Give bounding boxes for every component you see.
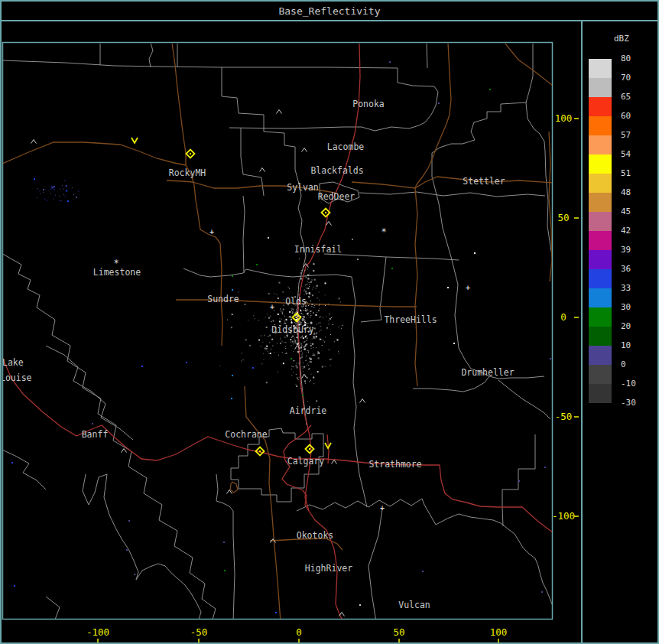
echo-pixel (330, 365, 331, 366)
city-label: Strathmore (368, 459, 421, 470)
echo-pixel (301, 337, 302, 337)
echo-pixel (287, 337, 287, 337)
echo-pixel (278, 314, 279, 315)
echo-pixel (307, 323, 308, 324)
echo-pixel (447, 287, 449, 288)
echo-pixel (329, 350, 330, 350)
echo-pixel (292, 336, 293, 337)
legend-swatch (589, 97, 612, 116)
city-label: RockyMH (169, 168, 206, 178)
legend-swatch (589, 327, 612, 346)
legend-tick-label: 70 (621, 73, 651, 83)
echo-pixel (309, 357, 310, 359)
echo-pixel (54, 199, 54, 200)
echo-pixel (317, 371, 319, 372)
echo-pixel (312, 280, 313, 281)
echo-pixel (306, 366, 307, 366)
echo-pixel (474, 252, 476, 254)
echo-pixel (322, 366, 323, 368)
echo-pixel (223, 542, 225, 543)
echo-pixel (313, 383, 314, 384)
echo-pixel (305, 276, 306, 277)
echo-pixel (320, 308, 320, 309)
echo-pixel (307, 274, 308, 275)
city-label: Innisfail (294, 244, 342, 255)
legend-tick-label: 45 (621, 207, 651, 216)
echo-pixel (277, 343, 278, 344)
y-axis-tick-label: 100 (555, 112, 573, 124)
echo-pixel (231, 327, 232, 328)
echo-pixel (264, 359, 265, 359)
echo-pixel (453, 343, 455, 344)
echo-pixel (308, 296, 310, 298)
echo-pixel (301, 350, 302, 351)
echo-pixel (241, 361, 242, 362)
legend-tick-label: 51 (621, 169, 651, 178)
city-label: HighRiver (305, 563, 352, 574)
echo-pixel (306, 293, 307, 294)
echo-pixel (325, 305, 326, 306)
echo-pixel (313, 354, 315, 356)
echo-pixel (291, 337, 292, 338)
plus-marker-icon: + (380, 504, 385, 512)
legend-tick-label: 33 (621, 284, 651, 293)
echo-pixel (269, 335, 271, 337)
echo-pixel (319, 300, 320, 301)
echo-pixel (422, 571, 424, 572)
echo-pixel (305, 344, 306, 345)
echo-pixel (283, 363, 284, 364)
echo-pixel (321, 339, 322, 340)
echo-pixel (11, 462, 13, 463)
echo-pixel (293, 366, 294, 367)
echo-pixel (317, 285, 318, 287)
echo-pixel (269, 342, 270, 343)
echo-pixel (307, 278, 307, 278)
echo-pixel (317, 351, 319, 353)
echo-pixel (47, 200, 47, 201)
echo-pixel (134, 574, 135, 575)
city-label: Blackfalds (310, 165, 363, 176)
echo-pixel (293, 309, 294, 310)
echo-pixel (304, 321, 305, 322)
echo-pixel (278, 355, 279, 356)
echo-pixel (313, 344, 313, 345)
echo-pixel (291, 345, 291, 346)
echo-pixel (290, 339, 291, 340)
radar-map-container[interactable]: 2025/09/23 11:07:28 UTC 0.6(deg) km **++… (0, 0, 659, 644)
echo-pixel (291, 316, 291, 317)
city-label: Vulcan (398, 600, 430, 610)
echo-pixel (300, 321, 300, 322)
echo-pixel (270, 353, 271, 354)
echo-pixel (329, 324, 330, 324)
echo-pixel (313, 270, 314, 272)
echo-pixel (302, 320, 303, 320)
echo-pixel (141, 366, 143, 367)
echo-pixel (310, 345, 312, 346)
echo-pixel (307, 285, 308, 285)
echo-pixel (304, 318, 304, 319)
echo-pixel (310, 314, 311, 314)
radar-map[interactable]: 2025/09/23 11:07:28 UTC 0.6(deg) km **++… (0, 0, 659, 644)
echo-pixel (296, 343, 297, 343)
echo-pixel (306, 288, 307, 288)
legend-swatch (589, 59, 612, 78)
echo-pixel (489, 89, 491, 90)
echo-pixel (294, 341, 296, 343)
echo-pixel (301, 286, 302, 287)
echo-pixel (242, 353, 242, 353)
echo-pixel (310, 322, 312, 324)
radar-site-dot (259, 450, 261, 452)
echo-pixel (258, 340, 260, 341)
echo-pixel (330, 359, 332, 360)
echo-pixel (298, 307, 299, 308)
echo-pixel (309, 286, 310, 287)
echo-pixel (284, 323, 284, 324)
echo-pixel (313, 337, 315, 338)
echo-pixel (319, 331, 320, 332)
echo-pixel (309, 381, 310, 382)
echo-pixel (297, 343, 299, 344)
x-axis-tick-label: 100 (490, 626, 508, 638)
echo-pixel (305, 336, 306, 337)
echo-pixel (51, 187, 52, 188)
radar-site-dot (190, 153, 191, 154)
